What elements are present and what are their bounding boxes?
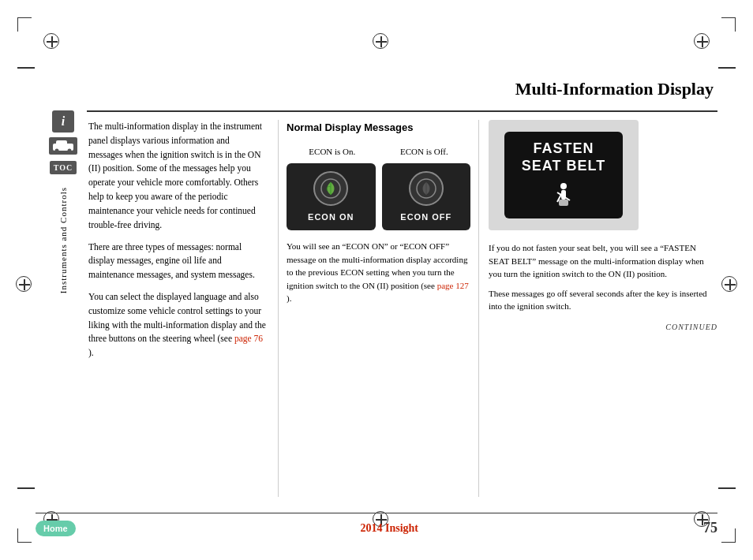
registration-mark-top-left: [43, 33, 59, 49]
left-paragraph-2: There are three types of messages: norma…: [88, 241, 266, 282]
registration-mark-mid-right: [721, 276, 737, 292]
page-127-link[interactable]: page 127: [437, 281, 469, 290]
normal-display-header: Normal Display Messages: [287, 120, 470, 136]
right-description: If you do not fasten your seat belt, you…: [489, 241, 717, 313]
side-mark-top-right: [718, 67, 736, 69]
econ-on-box: ECON ON: [287, 163, 376, 230]
left-paragraph-1: The multi-information display in the ins…: [88, 120, 266, 233]
econ-images: ECON ON ECON OFF: [287, 163, 470, 230]
car-icon: [49, 137, 77, 155]
car-svg: [51, 140, 75, 152]
svg-point-6: [560, 183, 567, 189]
econ-on-label-text: ECON ON: [308, 211, 354, 224]
econ-off-label: ECON is Off.: [400, 145, 448, 159]
left-paragraph-3: You can select the displayed language an…: [88, 290, 266, 360]
seatbelt-figure-icon: [549, 181, 578, 210]
econ-off-box: ECON OFF: [382, 163, 471, 230]
econ-on-label: ECON is On.: [309, 145, 355, 159]
toc-button[interactable]: TOC: [50, 161, 77, 174]
corner-bracket-tr: [721, 17, 736, 32]
continued-text: CONTINUED: [489, 321, 717, 334]
econ-off-leaf-icon: [409, 171, 444, 206]
fasten-inner: FASTEN SEAT BELT: [504, 132, 623, 218]
page-number: 75: [703, 520, 717, 536]
corner-bracket-br: [721, 528, 736, 543]
middle-description: You will see an “ECON ON” or “ECON OFF” …: [287, 240, 470, 305]
right-paragraph-2: These messages go off several seconds af…: [489, 287, 717, 313]
info-icon: i: [52, 110, 74, 133]
econ-on-leaf-icon: [313, 171, 348, 206]
side-mark-bottom-left: [17, 487, 35, 489]
side-mark-top-left: [17, 67, 35, 69]
bottom-bar: Home 2014 Insight 75: [36, 513, 717, 536]
fasten-seatbelt-box: FASTEN SEAT BELT: [489, 120, 639, 230]
middle-column: Normal Display Messages ECON is On. ECON…: [278, 120, 479, 497]
corner-bracket-tl: [17, 17, 32, 32]
page-title: Multi-Information Display: [515, 79, 714, 99]
right-column: FASTEN SEAT BELT If you do not fasten yo…: [479, 120, 717, 497]
left-sidebar: i TOC Instruments and Controls: [39, 110, 87, 293]
bottom-center-text: 2014 Insight: [361, 522, 419, 535]
left-column: The multi-information display in the ins…: [88, 120, 278, 497]
registration-mark-top-center: [373, 33, 388, 49]
fasten-text-block: FASTEN SEAT BELT: [522, 140, 605, 174]
econ-off-leaf-svg: [415, 177, 437, 200]
econ-off-label-text: ECON OFF: [400, 211, 451, 224]
home-button[interactable]: Home: [36, 521, 76, 536]
econ-labels: ECON is On. ECON is Off.: [287, 145, 470, 159]
econ-on-leaf-svg: [320, 177, 342, 200]
side-mark-bottom-right: [718, 487, 736, 489]
svg-rect-10: [559, 200, 568, 206]
registration-mark-top-right: [694, 33, 710, 49]
sidebar-vertical-text: Instruments and Controls: [58, 187, 68, 293]
main-content: The multi-information display in the ins…: [88, 120, 717, 497]
registration-mark-mid-left: [16, 276, 32, 292]
page-76-link[interactable]: page 76: [234, 334, 263, 343]
svg-rect-1: [56, 140, 67, 146]
corner-bracket-bl: [17, 528, 32, 543]
top-rule: [87, 110, 717, 112]
right-paragraph-1: If you do not fasten your seat belt, you…: [489, 241, 717, 281]
